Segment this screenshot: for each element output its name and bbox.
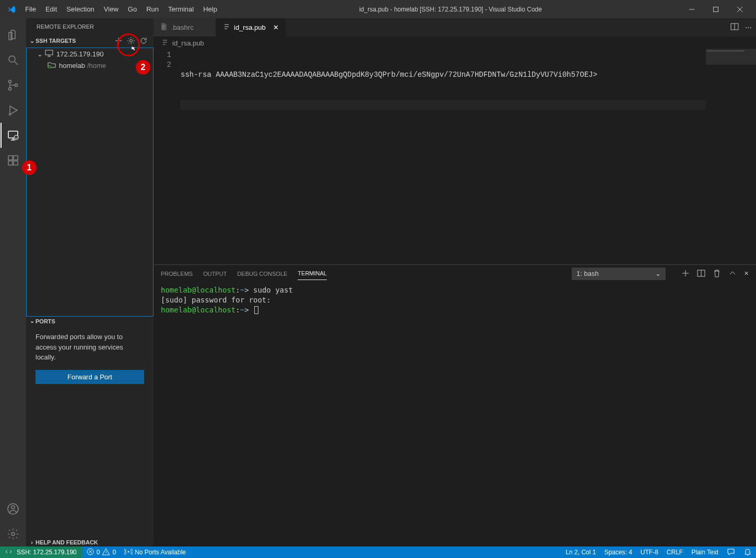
folder-connected-icon xyxy=(48,61,56,71)
term-prompt-host: homelab@localhost xyxy=(161,306,235,314)
split-editor-button[interactable] xyxy=(730,22,739,32)
tab-bashrc[interactable]: .bashrc ✕ xyxy=(153,18,216,37)
panel-tabs: Problems Output Debug Console Terminal 1… xyxy=(153,265,756,282)
maximize-button[interactable] xyxy=(704,0,728,18)
ssh-targets-header[interactable]: ⌄ SSH TARGETS xyxy=(26,34,153,48)
bottom-panel: Problems Output Debug Console Terminal 1… xyxy=(153,264,756,547)
ports-label: PORTS xyxy=(36,318,55,324)
help-feedback-label: HELP AND FEEDBACK xyxy=(36,539,98,545)
status-ports-label: No Ports Available xyxy=(135,549,186,556)
status-spaces[interactable]: Spaces: 4 xyxy=(600,547,636,558)
activity-accounts[interactable] xyxy=(1,496,26,521)
svg-rect-16 xyxy=(45,50,53,55)
menu-terminal[interactable]: Terminal xyxy=(164,3,198,15)
menu-bar: File Edit Selection View Go Run Terminal… xyxy=(21,3,221,15)
activity-explorer[interactable] xyxy=(1,22,26,48)
svg-rect-9 xyxy=(8,161,13,165)
code-line xyxy=(181,100,706,110)
status-problems[interactable]: 0 0 xyxy=(82,547,120,558)
status-language[interactable]: Plain Text xyxy=(687,547,723,558)
svg-point-15 xyxy=(130,40,133,42)
panel-tab-terminal[interactable]: Terminal xyxy=(298,267,327,280)
svg-rect-8 xyxy=(8,156,13,160)
error-icon xyxy=(86,548,95,557)
status-ports[interactable]: No Ports Available xyxy=(120,547,190,558)
breadcrumb[interactable]: id_rsa.pub xyxy=(153,37,756,49)
activity-settings[interactable] xyxy=(1,521,26,547)
split-terminal-button[interactable] xyxy=(697,269,705,278)
activity-extensions[interactable] xyxy=(1,148,26,173)
close-button[interactable] xyxy=(728,0,752,18)
code-content[interactable]: ssh-rsa AAAAB3NzaC1yc2EAAAADAQABAAABgQDp… xyxy=(181,49,706,264)
status-encoding[interactable]: UTF-8 xyxy=(636,547,663,558)
activity-source-control[interactable] xyxy=(1,73,26,98)
status-feedback[interactable] xyxy=(723,547,739,558)
menu-help[interactable]: Help xyxy=(199,3,221,15)
status-remote[interactable]: SSH: 172.25.179.190 xyxy=(0,547,82,558)
minimize-button[interactable] xyxy=(680,0,704,18)
panel-tab-output[interactable]: Output xyxy=(203,268,227,280)
status-lncol[interactable]: Ln 2, Col 1 xyxy=(561,547,600,558)
vscode-logo-icon xyxy=(4,5,19,14)
more-actions-button[interactable]: ⋯ xyxy=(745,24,752,31)
line-gutter: 1 2 xyxy=(153,49,181,264)
menu-view[interactable]: View xyxy=(100,3,123,15)
ports-header[interactable]: ⌄ PORTS xyxy=(26,317,153,326)
terminal-body[interactable]: homelab@localhost:~> sudo yast [sudo] pa… xyxy=(153,282,756,547)
ports-body: Forwarded ports allow you to access your… xyxy=(26,326,153,390)
help-feedback-header[interactable]: › HELP AND FEEDBACK xyxy=(26,538,153,547)
configure-ssh-button[interactable] xyxy=(125,35,137,47)
menu-go[interactable]: Go xyxy=(124,3,141,15)
status-notifications[interactable] xyxy=(739,547,756,558)
bell-icon xyxy=(743,548,752,557)
kill-terminal-button[interactable] xyxy=(713,269,721,278)
ssh-folder-row[interactable]: homelab /home xyxy=(27,60,153,71)
refresh-ssh-button[interactable] xyxy=(138,35,149,47)
svg-point-13 xyxy=(11,506,15,509)
feedback-icon xyxy=(727,548,735,557)
panel-tab-debug[interactable]: Debug Console xyxy=(237,268,287,280)
maximize-panel-button[interactable] xyxy=(728,269,737,278)
close-panel-button[interactable]: ✕ xyxy=(744,270,749,277)
terminal-selector-label: 1: bash xyxy=(576,270,599,277)
menu-edit[interactable]: Edit xyxy=(41,3,61,15)
ssh-targets-label: SSH TARGETS xyxy=(36,38,76,44)
close-icon[interactable]: ✕ xyxy=(273,24,279,31)
menu-selection[interactable]: Selection xyxy=(62,3,98,15)
add-ssh-target-button[interactable] xyxy=(113,35,124,47)
forward-port-button[interactable]: Forward a Port xyxy=(36,370,144,384)
sidebar-title: REMOTE EXPLORER xyxy=(26,18,153,34)
ssh-targets-tree: ⌄ 172.25.179.190 homelab /home xyxy=(26,48,153,317)
tab-idrsa-label: id_rsa.pub xyxy=(234,24,266,31)
ports-help-text: Forwarded ports allow you to access your… xyxy=(36,332,144,363)
activity-run-debug[interactable] xyxy=(1,98,26,123)
svg-point-3 xyxy=(9,88,11,90)
line-number: 2 xyxy=(153,60,171,70)
chevron-down-icon: ⌄ xyxy=(28,38,36,44)
status-bar: SSH: 172.25.179.190 0 0 No Ports Availab… xyxy=(0,547,756,558)
monitor-icon xyxy=(45,49,53,59)
menu-file[interactable]: File xyxy=(21,3,40,15)
broadcast-icon xyxy=(124,548,133,557)
file-icon xyxy=(222,22,231,32)
panel-tab-problems[interactable]: Problems xyxy=(161,268,193,280)
tab-bashrc-label: .bashrc xyxy=(171,24,194,31)
svg-rect-10 xyxy=(14,161,18,165)
title-bar: File Edit Selection View Go Run Terminal… xyxy=(0,0,756,18)
status-eol[interactable]: CRLF xyxy=(663,547,687,558)
activity-remote-explorer[interactable] xyxy=(1,123,26,148)
chevron-right-icon: › xyxy=(28,539,36,545)
menu-run[interactable]: Run xyxy=(142,3,163,15)
ssh-host-row[interactable]: ⌄ 172.25.179.190 xyxy=(27,48,153,60)
status-errors: 0 xyxy=(97,549,100,556)
tab-idrsa[interactable]: id_rsa.pub ✕ xyxy=(216,18,286,37)
editor-body[interactable]: 1 2 ssh-rsa AAAAB3NzaC1yc2EAAAADAQABAAAB… xyxy=(153,49,756,264)
chevron-down-icon: ⌄ xyxy=(655,270,661,277)
new-terminal-button[interactable] xyxy=(681,269,690,278)
warning-icon xyxy=(102,548,110,557)
svg-point-2 xyxy=(9,80,11,83)
minimap[interactable] xyxy=(706,49,756,264)
svg-point-1 xyxy=(9,56,15,62)
terminal-selector[interactable]: 1: bash ⌄ xyxy=(572,268,666,280)
activity-search[interactable] xyxy=(1,48,26,73)
